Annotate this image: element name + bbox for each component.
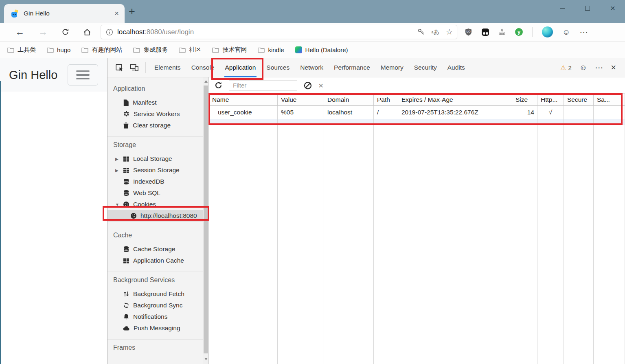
bookmark-folder[interactable]: 有趣的网站 <box>81 46 122 54</box>
tab-close-icon[interactable]: × <box>114 9 120 18</box>
sidebar-item-background-fetch[interactable]: Background Fetch <box>107 288 203 300</box>
sidebar-item-local-storage[interactable]: ▶ Local Storage <box>107 153 203 164</box>
column-header-name[interactable]: Name <box>209 94 278 106</box>
cookies-table: Name Value Domain Path Expires / Max-Age… <box>209 94 625 364</box>
sidebar-item-cache-storage[interactable]: Cache Storage <box>107 243 203 255</box>
y-extension-icon[interactable]: y <box>515 28 523 36</box>
favorite-star-icon[interactable]: ☆ <box>446 27 453 37</box>
site-info-icon[interactable] <box>106 29 113 36</box>
feedback-smiley-icon[interactable]: ☺ <box>562 28 570 37</box>
devtools-close-icon[interactable]: × <box>611 63 616 72</box>
cookie-row-size[interactable]: 14 <box>512 106 537 119</box>
bookmark-folder[interactable]: 工具类 <box>7 46 36 54</box>
refresh-icon[interactable] <box>61 28 69 36</box>
bookmark-folder[interactable]: 技术官网 <box>212 46 247 54</box>
minimize-button[interactable] <box>556 3 569 13</box>
bookmark-folder[interactable]: 集成服务 <box>133 46 168 54</box>
devtools-tab-performance[interactable]: Performance <box>329 58 375 77</box>
sidebar-item-background-sync[interactable]: Background Sync <box>107 300 203 311</box>
cookie-row-samesite[interactable] <box>594 106 625 119</box>
devtools-tab-security[interactable]: Security <box>409 58 442 77</box>
sidebar-item-manifest[interactable]: Manifest <box>107 97 203 108</box>
column-header-size[interactable]: Size <box>512 94 537 106</box>
cookie-row-expires[interactable]: 2019-07-25T13:35:22.676Z <box>398 106 512 119</box>
table-stripe-cell <box>374 119 398 125</box>
url-text[interactable]: localhost:8080/user/login <box>117 28 411 36</box>
scroll-down-icon[interactable] <box>204 358 208 360</box>
devtools-tab-elements[interactable]: Elements <box>149 58 186 77</box>
sidebar-item-frame-top[interactable]: ▶ <box>107 362 203 364</box>
cookie-row-httponly[interactable]: √ <box>537 106 564 119</box>
column-header-value[interactable]: Value <box>278 94 324 106</box>
cookie-row-secure[interactable] <box>564 106 594 119</box>
cookie-row-name[interactable]: user_cookie <box>209 106 278 119</box>
dark-extension-icon[interactable] <box>482 29 489 36</box>
address-bar[interactable]: localhost:8080/user/login aあ ☆ <box>101 25 457 39</box>
scroll-up-icon[interactable] <box>204 80 208 83</box>
bookmark-datalore[interactable]: Hello (Datalore) <box>295 46 348 53</box>
sidebar-item-indexeddb[interactable]: IndexedDB <box>107 176 203 187</box>
bookmark-folder[interactable]: hugo <box>47 46 70 53</box>
column-header-samesite[interactable]: Sa... <box>594 94 625 106</box>
bookmark-folder[interactable]: kindle <box>258 46 284 53</box>
browser-tab[interactable]: Gin Hello × <box>4 4 125 23</box>
maximize-button[interactable] <box>581 3 594 13</box>
window-close-button[interactable]: × <box>606 3 619 13</box>
sidebar-scrollbar[interactable] <box>203 77 208 364</box>
gin-favicon <box>11 10 18 18</box>
sidebar-item-web-sql[interactable]: Web SQL <box>107 187 203 199</box>
back-icon[interactable]: ← <box>15 27 24 37</box>
cookie-row-domain[interactable]: localhost <box>324 106 374 119</box>
browser-menu-icon[interactable]: ⋯ <box>579 27 588 37</box>
translate-icon[interactable]: aあ <box>432 29 439 36</box>
devtools-tab-network[interactable]: Network <box>295 58 329 77</box>
sidebar-item-push-messaging[interactable]: Push Messaging <box>107 322 203 334</box>
device-toolbar-icon[interactable] <box>130 64 139 71</box>
cookie-row-value[interactable]: %05 <box>278 106 324 119</box>
devtools-menu-icon[interactable]: ⋯ <box>595 63 603 72</box>
home-icon[interactable] <box>83 28 91 36</box>
expand-arrow-icon[interactable]: ▶ <box>115 157 119 161</box>
column-header-expires[interactable]: Expires / Max-Age <box>398 94 512 106</box>
cookie-row-path[interactable]: / <box>374 106 398 119</box>
new-tab-button[interactable]: + <box>129 6 135 17</box>
sidebar-item-cookies[interactable]: ▼ Cookies <box>107 199 203 210</box>
navbar-toggler-button[interactable] <box>68 64 98 86</box>
inspect-element-icon[interactable] <box>116 64 123 72</box>
column-header-path[interactable]: Path <box>374 94 398 106</box>
devtools-tab-sources[interactable]: Sources <box>261 58 295 77</box>
database-icon <box>123 246 129 252</box>
collapse-arrow-icon[interactable]: ▼ <box>115 202 119 207</box>
scrollbar-thumb[interactable] <box>204 86 208 353</box>
refresh-cookies-icon[interactable] <box>215 81 222 89</box>
sitemap-icon[interactable] <box>498 29 506 36</box>
column-header-domain[interactable]: Domain <box>324 94 374 106</box>
sidebar-item-session-storage[interactable]: ▶ Session Storage <box>107 164 203 176</box>
sidebar-item-application-cache[interactable]: Application Cache <box>107 255 203 266</box>
table-filler-cell <box>398 125 512 364</box>
table-filler-cell <box>209 125 278 364</box>
devtools-tab-console[interactable]: Console <box>186 58 220 77</box>
devtools-tab-audits[interactable]: Audits <box>442 58 470 77</box>
bookmark-folder[interactable]: 社区 <box>179 46 201 54</box>
browser-titlebar: Gin Hello × + × <box>0 0 625 23</box>
delete-selected-icon[interactable]: × <box>318 81 323 90</box>
column-header-secure[interactable]: Secure <box>564 94 594 106</box>
sidebar-item-notifications[interactable]: Notifications <box>107 311 203 322</box>
clear-cookies-icon[interactable] <box>304 81 312 90</box>
cookie-filter-input[interactable] <box>229 80 297 91</box>
ublock-shield-icon[interactable]: UO <box>465 28 472 36</box>
expand-arrow-icon[interactable]: ▶ <box>115 168 119 173</box>
devtools-feedback-icon[interactable]: ☺ <box>579 63 587 72</box>
devtools-tab-memory[interactable]: Memory <box>375 58 409 77</box>
sidebar-item-cookies-localhost[interactable]: http://localhost:8080 <box>107 210 203 221</box>
console-warnings-badge[interactable]: ⚠ 2 <box>560 64 572 72</box>
folder-icon <box>7 47 14 53</box>
column-header-httponly[interactable]: Http... <box>537 94 564 106</box>
folder-icon <box>212 47 219 53</box>
password-key-icon[interactable] <box>417 28 425 36</box>
sidebar-item-service-workers[interactable]: Service Workers <box>107 108 203 120</box>
devtools-tab-application[interactable]: Application <box>220 58 261 77</box>
profile-avatar[interactable] <box>542 26 553 37</box>
sidebar-item-clear-storage[interactable]: Clear storage <box>107 120 203 131</box>
